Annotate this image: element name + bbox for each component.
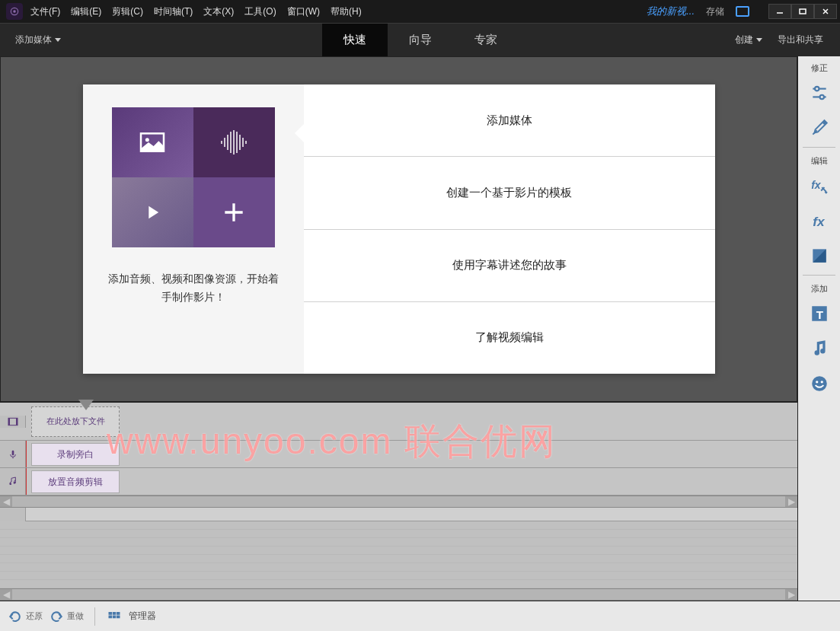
scroll-right-icon[interactable]: ▶ (785, 589, 797, 600)
scroll-right-icon[interactable]: ▶ (785, 496, 797, 507)
preview-area: 添加音频、视频和图像资源，开始着手制作影片！ 添加媒体 创建一个基于影片的模板 … (0, 56, 797, 402)
menu-tools[interactable]: 工具(O) (244, 5, 276, 18)
svg-text:fx: fx (813, 214, 826, 229)
close-button[interactable] (814, 4, 837, 19)
fullscreen-icon[interactable] (736, 6, 749, 17)
svg-rect-18 (8, 418, 10, 425)
svg-rect-38 (113, 612, 117, 615)
menu-text[interactable]: 文本(X) (203, 5, 234, 18)
create-dropdown[interactable]: 创建 (735, 33, 762, 46)
right-sidebar: 修正 编辑 fx fx 添加 T (797, 56, 840, 601)
welcome-options: 添加媒体 创建一个基于影片的模板 使用字幕讲述您的故事 了解视频编辑 (304, 84, 715, 374)
svg-point-36 (820, 381, 822, 383)
svg-point-35 (816, 381, 818, 383)
svg-rect-41 (113, 615, 117, 618)
timeline-area: 在此处放下文件 录制旁白 放置音频剪辑 (0, 402, 797, 601)
sidebar-section-edit: 编辑 (798, 149, 840, 168)
text-button[interactable]: T (798, 296, 840, 331)
svg-rect-20 (11, 450, 14, 455)
svg-point-23 (13, 482, 15, 484)
place-audio-clip-button[interactable]: 放置音频剪辑 (31, 470, 120, 493)
timeline-extra-tracks[interactable] (0, 521, 797, 588)
image-icon (112, 107, 193, 177)
project-name[interactable]: 我的新视... (647, 5, 695, 18)
option-learn-editing[interactable]: 了解视频编辑 (304, 302, 715, 374)
title-track[interactable] (0, 508, 797, 521)
app-logo-icon (6, 3, 23, 20)
svg-point-22 (9, 483, 11, 485)
mode-tabs: 快速 向导 专家 (322, 24, 519, 56)
menu-edit[interactable]: 编辑(E) (71, 5, 101, 18)
menu-window[interactable]: 窗口(W) (287, 5, 320, 18)
tools-button[interactable] (798, 110, 840, 145)
music-button[interactable] (798, 331, 840, 366)
pointer-arrow-icon (295, 124, 304, 142)
svg-point-26 (815, 87, 819, 91)
music-note-icon[interactable] (0, 468, 26, 495)
chevron-down-icon (55, 38, 61, 42)
svg-rect-40 (109, 615, 113, 618)
svg-rect-19 (16, 418, 18, 425)
svg-rect-39 (117, 612, 120, 615)
timeline-horizontal-scrollbar[interactable]: ◀ ▶ (0, 496, 797, 508)
welcome-left-panel: 添加音频、视频和图像资源，开始着手制作影片！ (83, 84, 304, 374)
sidebar-section-add: 添加 (798, 277, 840, 296)
organizer-button[interactable]: 管理器 (106, 610, 156, 623)
timeline-horizontal-scrollbar-2[interactable]: ◀ ▶ (0, 588, 797, 601)
tab-expert[interactable]: 专家 (453, 24, 519, 56)
svg-point-1 (13, 10, 16, 13)
microphone-icon[interactable] (0, 441, 26, 467)
sidebar-section-fix: 修正 (798, 56, 840, 75)
menu-clip[interactable]: 剪辑(C) (112, 5, 143, 18)
welcome-description: 添加音频、视频和图像资源，开始着手制作影片！ (104, 270, 283, 307)
svg-rect-3 (800, 9, 806, 14)
add-media-dropdown[interactable]: 添加媒体 (0, 33, 76, 46)
adjust-sliders-button[interactable] (798, 75, 840, 110)
scroll-left-icon[interactable]: ◀ (0, 496, 12, 507)
color-button[interactable] (798, 238, 840, 273)
plus-icon (193, 177, 275, 247)
menu-help[interactable]: 帮助(H) (331, 5, 362, 18)
minimize-button[interactable] (768, 4, 791, 19)
mode-bar: 添加媒体 快速 向导 专家 创建 导出和共享 (0, 23, 840, 56)
video-track[interactable]: 在此处放下文件 (0, 403, 797, 441)
effects-button[interactable]: fx (798, 203, 840, 238)
play-icon (112, 177, 193, 247)
drop-files-target[interactable]: 在此处放下文件 (31, 406, 120, 437)
welcome-card: 添加音频、视频和图像资源，开始着手制作影片！ 添加媒体 创建一个基于影片的模板 … (83, 84, 715, 374)
menubar: 文件(F) 编辑(E) 剪辑(C) 时间轴(T) 文本(X) 工具(O) 窗口(… (30, 5, 362, 18)
svg-point-27 (819, 95, 823, 99)
menu-file[interactable]: 文件(F) (30, 5, 60, 18)
drop-marker-icon (78, 400, 94, 410)
tab-guided[interactable]: 向导 (388, 24, 453, 56)
svg-text:T: T (816, 308, 823, 321)
save-button[interactable]: 存储 (706, 5, 724, 18)
export-share-button[interactable]: 导出和共享 (778, 33, 823, 46)
redo-button[interactable]: 重做 (49, 609, 84, 624)
window-controls (768, 4, 837, 19)
fx-edit-button[interactable]: fx (798, 168, 840, 203)
audio-track[interactable]: 放置音频剪辑 (0, 468, 797, 496)
audio-wave-icon (193, 107, 275, 177)
divider (94, 607, 95, 626)
maximize-button[interactable] (791, 4, 814, 19)
video-track-icon[interactable] (0, 416, 26, 428)
graphics-button[interactable] (798, 366, 840, 401)
welcome-quad-grid (112, 107, 275, 247)
option-captions-story[interactable]: 使用字幕讲述您的故事 (304, 230, 715, 302)
svg-point-28 (822, 121, 826, 124)
bottombar: 还原 重做 管理器 (0, 601, 840, 631)
menu-timeline[interactable]: 时间轴(T) (154, 5, 193, 18)
tab-quick[interactable]: 快速 (322, 24, 388, 56)
workspace: 添加音频、视频和图像资源，开始着手制作影片！ 添加媒体 创建一个基于影片的模板 … (0, 56, 797, 601)
svg-point-34 (812, 376, 827, 391)
scroll-left-icon[interactable]: ◀ (0, 589, 12, 600)
svg-rect-42 (117, 615, 120, 618)
titlebar: 文件(F) 编辑(E) 剪辑(C) 时间轴(T) 文本(X) 工具(O) 窗口(… (0, 0, 840, 23)
record-narration-button[interactable]: 录制旁白 (31, 443, 120, 466)
option-create-template[interactable]: 创建一个基于影片的模板 (304, 157, 715, 229)
undo-button[interactable]: 还原 (8, 609, 43, 624)
svg-rect-37 (109, 612, 113, 615)
option-add-media[interactable]: 添加媒体 (304, 84, 715, 157)
narration-track[interactable]: 录制旁白 (0, 441, 797, 468)
